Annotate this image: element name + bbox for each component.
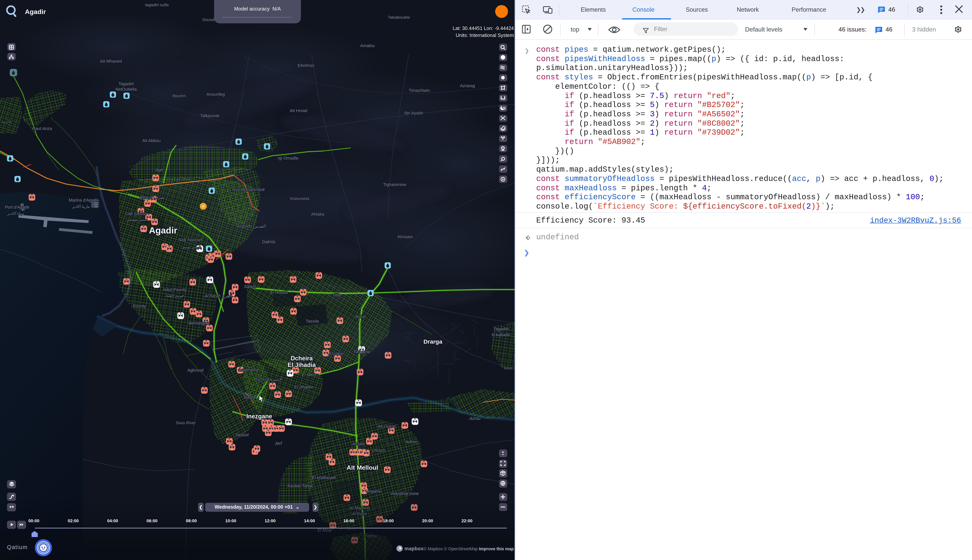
svg-text:El Jihadia: El Jihadia xyxy=(294,385,313,389)
svg-text:Salam: Salam xyxy=(244,284,256,289)
svg-text:Assaka: Assaka xyxy=(328,351,343,356)
svg-text:El Jihadia: El Jihadia xyxy=(288,362,316,368)
svg-text:Port d'Agadir: Port d'Agadir xyxy=(5,205,30,210)
svg-text:Timachiwin: Timachiwin xyxy=(408,88,430,93)
svg-text:Argana: Argana xyxy=(367,489,381,493)
svg-text:Haut Founty: Haut Founty xyxy=(163,287,187,292)
svg-text:Igi Omadle: Igi Omadle xyxy=(278,156,298,160)
svg-text:Dcheira: Dcheira xyxy=(290,355,313,362)
svg-text:Ait Abbou: Ait Abbou xyxy=(142,138,160,143)
svg-text:Aghroud: Aghroud xyxy=(187,368,203,373)
svg-text:Admin: Admin xyxy=(405,439,417,444)
svg-text:Inezgane: Inezgane xyxy=(247,413,272,420)
svg-text:Cité Suisse: Cité Suisse xyxy=(125,211,147,216)
svg-text:Iligh: Iligh xyxy=(155,167,163,172)
svg-text:N'Aabado: N'Aabado xyxy=(492,332,510,337)
svg-text:Ifourirn: Ifourirn xyxy=(172,93,186,98)
svg-text:Imounsiss: Imounsiss xyxy=(290,196,309,201)
svg-text:Assais: Assais xyxy=(352,441,365,446)
svg-text:El khattarate: El khattarate xyxy=(312,475,336,480)
svg-text:Dcheira الاسيرة: Dcheira الاسيرة xyxy=(256,377,283,382)
svg-text:Hay Mohammedi: Hay Mohammedi xyxy=(232,187,265,192)
svg-text:Amalou: Amalou xyxy=(360,43,375,48)
svg-text:Ahlaka: Ahlaka xyxy=(311,212,324,217)
svg-text:El Houda: El Houda xyxy=(270,290,288,295)
svg-text:Bensergao: Bensergao xyxy=(188,321,209,325)
svg-text:Tarasst: Tarasst xyxy=(235,432,249,437)
svg-text:مارينا أكادير: مارينا أكادير xyxy=(72,204,90,209)
svg-text:Tagadirt: Tagadirt xyxy=(494,327,509,332)
svg-text:El Mers: El Mers xyxy=(302,372,317,377)
svg-text:Ait Mhaned: Ait Mhaned xyxy=(100,59,122,63)
svg-text:Azrarag: Azrarag xyxy=(460,83,475,88)
svg-text:Eferkhss: Eferkhss xyxy=(298,63,314,68)
svg-text:سيتي سويس: سيتي سويس xyxy=(127,217,147,222)
svg-text:tagadirt oufla: tagadirt oufla xyxy=(145,3,169,7)
svg-text:Kasbat Tahar: Kasbat Tahar xyxy=(287,483,313,488)
svg-text:Al Qods القدس: Al Qods القدس xyxy=(237,224,266,229)
svg-text:Tassila: Tassila xyxy=(305,319,319,323)
svg-text:Almaasr: Almaasr xyxy=(397,234,413,239)
svg-text:Ait Hmad: Ait Hmad xyxy=(290,108,307,113)
svg-text:Aït Melloul: Aït Melloul xyxy=(347,464,378,471)
svg-text:سيدي يوسف: سيدي يوسف xyxy=(181,245,201,249)
svg-text:Talkjounte: Talkjounte xyxy=(200,113,219,118)
svg-text:Tikiouine: Tikiouine xyxy=(353,350,370,354)
svg-text:Adrar: Adrar xyxy=(355,314,366,319)
svg-text:Marina d'Agadir: Marina d'Agadir xyxy=(69,198,98,203)
svg-text:Sous: Sous xyxy=(504,366,512,370)
svg-text:Tilila: Tilila xyxy=(332,293,341,298)
svg-text:Drarga: Drarga xyxy=(423,338,442,345)
svg-text:Lapergula: Lapergula xyxy=(239,367,258,372)
svg-text:Ibn Ayadn: Ibn Ayadn xyxy=(404,110,423,115)
svg-text:Azrou: Azrou xyxy=(469,416,480,421)
svg-text:Anounfeg: Anounfeg xyxy=(207,92,225,97)
svg-text:Rmel: Rmel xyxy=(244,395,254,400)
svg-text:Al Farah الفرح: Al Farah الفرح xyxy=(204,293,232,298)
svg-text:Sidi Youssef: Sidi Youssef xyxy=(179,237,203,242)
svg-text:Founty: Founty xyxy=(133,303,146,308)
svg-text:Tagadirt: Tagadirt xyxy=(118,81,134,86)
svg-text:NidOubella: NidOubella xyxy=(116,87,137,92)
svg-text:Dakhla: Dakhla xyxy=(262,239,275,244)
svg-text:Sous River: Sous River xyxy=(176,420,196,425)
svg-text:تدارت: تدارت xyxy=(2,119,12,123)
svg-text:Haut Anza: Haut Anza xyxy=(32,126,52,131)
svg-text:ميناء أكادير: ميناء أكادير xyxy=(7,211,24,216)
svg-text:Jerf: Jerf xyxy=(275,441,283,446)
svg-text:Tighanimine: Tighanimine xyxy=(383,182,406,187)
svg-text:Ait Oujrar: Ait Oujrar xyxy=(377,424,396,429)
svg-text:Agadir: Agadir xyxy=(149,225,177,235)
svg-text:Lhrach: Lhrach xyxy=(372,448,385,453)
svg-text:Tabatkoukte: Tabatkoukte xyxy=(388,15,410,20)
svg-text:Charaf شرف: Charaf شرف xyxy=(140,195,164,200)
svg-text:فونتي العليا: فونتي العليا xyxy=(166,293,183,298)
